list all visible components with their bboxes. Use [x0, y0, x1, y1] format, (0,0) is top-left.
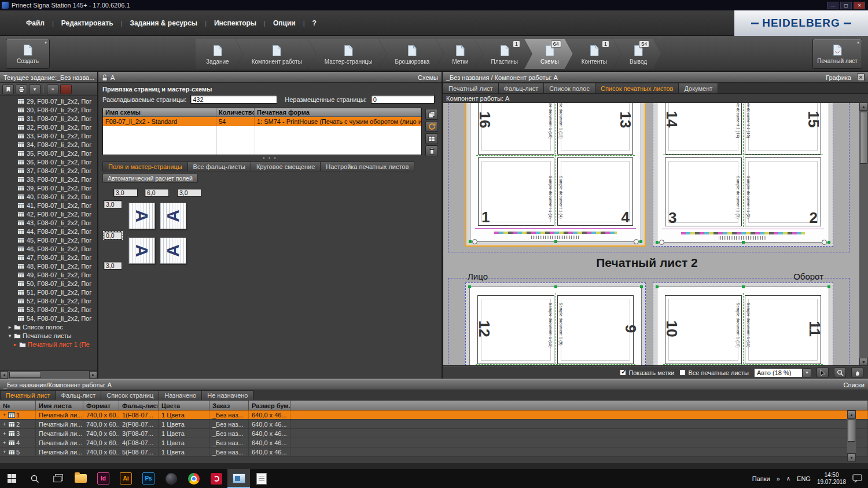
print-sheet-output-button[interactable]: ▾ Печатный лист: [812, 39, 862, 69]
workflow-step-3[interactable]: Мастер-страницы: [308, 39, 387, 69]
zoom-tool-button[interactable]: [834, 368, 846, 377]
tray-language[interactable]: ENG: [797, 475, 811, 482]
tree-item-scheme[interactable]: 32, F08-07_li_2x2, Пог: [0, 123, 97, 131]
tree-item-scheme[interactable]: 33, F08-07_li_2x2, Пог: [0, 131, 97, 140]
column-print-form[interactable]: Печатная форма: [255, 108, 421, 116]
expander-icon[interactable]: ▾: [8, 333, 12, 339]
tree-item-scheme[interactable]: 54, F08-07_li_2x2, Пог: [0, 314, 97, 322]
sheet-list-row-2[interactable]: +2Печатный ли...740,0 x 60...2(F08-07...…: [0, 420, 868, 429]
sheet-list-row-5[interactable]: +5Печатный ли...740,0 x 60...5(F08-07...…: [0, 447, 868, 457]
tree-item-scheme[interactable]: 38, F08-07_li_2x2, Пог: [0, 175, 97, 184]
tree-item-scheme[interactable]: 48, F08-07_li_2x2, Пог: [0, 262, 97, 270]
unplaced-input[interactable]: [371, 95, 435, 104]
tree-item-scheme[interactable]: 36, F08-07_li_2x2, Пог: [0, 157, 97, 166]
tree-horizontal-scrollbar[interactable]: ◂ ▸: [0, 370, 97, 379]
column-header-3[interactable]: Формат: [83, 401, 119, 410]
tree-item-scheme[interactable]: 35, F08-07_li_2x2, Пог: [0, 149, 97, 157]
scroll-up-icon[interactable]: ▴: [847, 410, 856, 419]
imposition-sheet-1[interactable]: 16Sample document 1 (16)13Sample documen…: [465, 102, 646, 247]
bookmark-button[interactable]: [2, 85, 14, 94]
column-count[interactable]: Количество: [216, 108, 255, 116]
margin-left-input-1[interactable]: 3,0: [104, 200, 122, 208]
preview-vertical-scrollbar[interactable]: ▴ ▾: [859, 102, 868, 366]
graphic-tab-4[interactable]: Список печатных листов: [595, 83, 679, 94]
taskbar-acrobat[interactable]: [205, 469, 227, 488]
taskbar-signa-active[interactable]: [227, 469, 250, 488]
scrollbar-thumb[interactable]: [860, 112, 867, 164]
forward-button[interactable]: »: [47, 85, 58, 94]
tree-item-scheme[interactable]: 45, F08-07_li_2x2, Пог: [0, 236, 97, 244]
menu-item-1[interactable]: Файл: [19, 10, 52, 35]
zoom-dropdown-icon[interactable]: ▼: [803, 368, 811, 377]
preview-canvas[interactable]: Печатный лист 2 Лицо Оборот 16Sample doc…: [443, 102, 859, 366]
margin-left-input-2[interactable]: 0,0: [104, 232, 122, 240]
list-tab-2[interactable]: Фальц-лист: [56, 390, 102, 401]
column-header-4[interactable]: Фальц-лист: [119, 401, 159, 410]
tree-item-scheme[interactable]: 47, F08-07_li_2x2, Пог: [0, 253, 97, 262]
master-page-thumbnail-4[interactable]: A: [160, 237, 186, 264]
pages-count-input[interactable]: [190, 95, 277, 104]
margin-top-input-1[interactable]: 3,0: [113, 189, 138, 197]
sheet-list-row-1[interactable]: +1Печатный ли...740,0 x 60...1(F08-07...…: [0, 410, 868, 420]
tree-item-scheme[interactable]: 31, F08-07_li_2x2, Пог: [0, 114, 97, 123]
tree-item-scheme[interactable]: 29, F08-07_li_2x2, Пог: [0, 97, 97, 105]
graphic-tab-2[interactable]: Фальц-лист: [499, 83, 545, 94]
plate-grid-icon[interactable]: [425, 133, 438, 144]
scrollbar-track[interactable]: [8, 371, 89, 379]
notification-icon[interactable]: [852, 474, 862, 483]
sheet-list-row-3[interactable]: +3Печатный ли...740,0 x 60...3(F08-07...…: [0, 429, 868, 438]
workflow-step-6[interactable]: 1Пластины: [475, 39, 532, 69]
auto-margin-button[interactable]: Автоматический расчет полей: [102, 174, 198, 183]
column-header-2[interactable]: Имя листа: [36, 401, 83, 410]
tree-item-scheme[interactable]: 43, F08-07_li_2x2, Пог: [0, 218, 97, 227]
list-vertical-scrollbar[interactable]: ▴ ▾: [847, 410, 856, 461]
scroll-down-icon[interactable]: ▾: [847, 453, 856, 461]
pan-tool-button[interactable]: [851, 368, 863, 377]
tree-item-scheme[interactable]: 51, F08-07_li_2x2, Пог: [0, 288, 97, 296]
menu-item-3[interactable]: Задания & ресурсы: [122, 10, 205, 35]
workflow-step-1[interactable]: Задание: [196, 39, 243, 69]
stop-button[interactable]: [60, 85, 72, 94]
margin-top-input-3[interactable]: 3,0: [177, 189, 201, 197]
menu-item-2[interactable]: Редактировать: [54, 10, 121, 35]
imposition-sheet-3[interactable]: 12Sample document 1 (12)9Sample document…: [465, 282, 646, 366]
margin-top-input-2[interactable]: 6,0: [145, 189, 169, 197]
expand-plus-icon[interactable]: +: [3, 412, 7, 418]
column-header-6[interactable]: Заказ: [209, 401, 249, 410]
menu-item-5[interactable]: Опции: [266, 10, 303, 35]
splitter-handle[interactable]: • • •: [98, 156, 442, 160]
taskbar-illustrator[interactable]: Ai: [115, 469, 137, 488]
tree-item-scheme[interactable]: 53, F08-07_li_2x2, Пог: [0, 305, 97, 314]
scroll-right-icon[interactable]: ▸: [89, 371, 97, 379]
workflow-step-2[interactable]: Компонент работы: [236, 39, 316, 69]
expand-plus-icon[interactable]: +: [3, 449, 7, 455]
show-marks-checkbox[interactable]: [620, 369, 626, 376]
imposition-sheet-4[interactable]: 10Sample document 1 (10)11Sample documen…: [653, 282, 833, 366]
graphic-tab-3[interactable]: Список полос: [544, 83, 595, 94]
workflow-step-4[interactable]: Брошюровка: [379, 39, 444, 69]
list-tab-4[interactable]: Назначено: [159, 390, 202, 401]
column-scheme-name[interactable]: Имя схемы: [103, 108, 216, 116]
dropdown-caret-icon[interactable]: ▾: [45, 40, 47, 45]
expander-icon[interactable]: ▸: [13, 342, 17, 347]
scrollbar-thumb[interactable]: [9, 372, 41, 378]
workflow-step-8[interactable]: 1Контенты: [565, 39, 621, 69]
maximize-icon[interactable]: ▢: [840, 2, 852, 9]
expand-plus-icon[interactable]: +: [3, 431, 7, 436]
taskbar-browser-dark[interactable]: [160, 469, 182, 488]
imposition-sheet-2[interactable]: 14Sample document 1 (14)15Sample documen…: [653, 102, 833, 247]
master-page-thumbnail-2[interactable]: A: [160, 203, 186, 229]
scroll-down-icon[interactable]: ▾: [859, 358, 868, 366]
expander-icon[interactable]: ▸: [8, 324, 12, 330]
taskbar-explorer[interactable]: [69, 469, 92, 488]
start-button[interactable]: [0, 469, 23, 488]
scroll-up-icon[interactable]: ▴: [859, 102, 868, 111]
taskbar-photoshop[interactable]: Ps: [137, 469, 160, 488]
close-icon[interactable]: ✕: [854, 2, 865, 9]
scrollbar-thumb[interactable]: [848, 420, 855, 442]
tree-item-scheme[interactable]: 49, F08-07_li_2x2, Пог: [0, 270, 97, 279]
taskbar-indesign[interactable]: Id: [92, 469, 115, 488]
minimize-icon[interactable]: —: [827, 2, 838, 9]
delete-icon[interactable]: [425, 145, 438, 156]
show-marks-option[interactable]: Показать метки: [620, 369, 674, 376]
